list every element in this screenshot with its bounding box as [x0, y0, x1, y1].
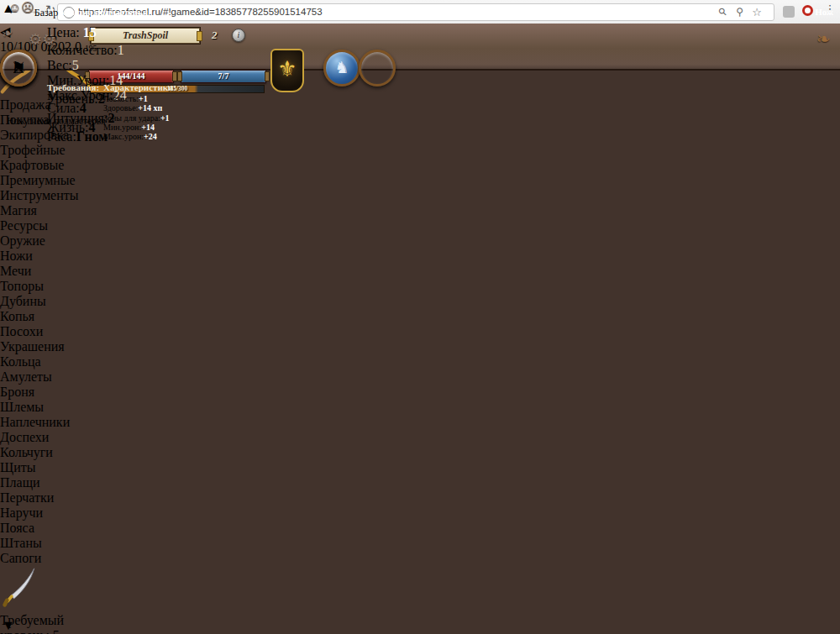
- bookmark-star-icon[interactable]: ☆: [752, 6, 762, 18]
- category-tab[interactable]: Трофейные: [0, 143, 840, 158]
- characteristic-row: Ловкость:+1: [103, 94, 170, 103]
- listing1-requirements: Требуемыйуровень: 5Количествоулучшений:4: [0, 613, 840, 634]
- armor-column: Броня ШлемыНаплечникиДоспехиКольчугиЩиты…: [0, 385, 840, 566]
- category-tab[interactable]: Инструменты: [0, 188, 840, 203]
- weapon-type-button[interactable]: Мечи: [0, 264, 840, 279]
- jewelry-type-button[interactable]: Кольца: [0, 354, 840, 369]
- weapons-group-header[interactable]: Оружие: [0, 233, 840, 249]
- weapon-type-button[interactable]: Копья: [0, 309, 840, 324]
- armor-type-button[interactable]: Доспехи: [0, 430, 840, 445]
- characteristics-list: Ловкость:+1Здоровье:+14 хпЗоны для удара…: [103, 94, 170, 141]
- weapon-type-button[interactable]: Ножи: [0, 249, 840, 264]
- weapons-column: Оружие НожиМечиТопорыДубиныКопьяПосохи У…: [0, 233, 840, 385]
- category-tab-resources[interactable]: Ресурсы: [0, 218, 840, 233]
- characteristic-row: Здоровье:+14 хп: [103, 103, 170, 113]
- armor-type-button[interactable]: Пояса: [0, 521, 840, 536]
- mana-value: 7/7: [218, 71, 229, 81]
- stat-row: Вес:5: [47, 58, 127, 73]
- scroll-up-icon[interactable]: ▲: [2, 1, 15, 16]
- armor-group-header[interactable]: Броня: [0, 385, 840, 400]
- saber-glyph: [0, 566, 42, 610]
- characteristics-header: Характеристики:: [103, 82, 176, 92]
- player-info-icon[interactable]: [232, 29, 245, 42]
- weapon-type-button[interactable]: Дубины: [0, 294, 840, 309]
- characteristic-row: Зоны для удара:+1: [103, 113, 170, 123]
- scroll-down-icon[interactable]: ▼: [2, 618, 15, 633]
- address-bar[interactable]: https://fireofsteel.ru/#!game&id=1838577…: [57, 3, 774, 21]
- armor-list: ШлемыНаплечникиДоспехиКольчугиЩитыПлащиП…: [0, 400, 840, 566]
- player-level: 2: [212, 29, 218, 42]
- clan-emblem-icon[interactable]: ⚜: [270, 49, 304, 92]
- armor-type-button[interactable]: Перчатки: [0, 490, 840, 506]
- jewelry-group-header[interactable]: Украшения: [0, 339, 840, 354]
- jewelry-list: КольцаАмулеты: [0, 354, 840, 385]
- weapon-type-button[interactable]: Топоры: [0, 279, 840, 294]
- armor-type-button[interactable]: Шлемы: [0, 400, 840, 415]
- armor-type-button[interactable]: Наплечники: [0, 415, 840, 430]
- jewelry-type-button[interactable]: Амулеты: [0, 369, 840, 385]
- category-tab[interactable]: Магия: [0, 203, 840, 218]
- pin-icon[interactable]: ⚲: [736, 6, 743, 18]
- req-line: уровень: 5: [0, 628, 840, 634]
- weapon-type-button[interactable]: Посохи: [0, 324, 840, 339]
- category-tab[interactable]: Премиумные: [0, 173, 840, 188]
- player-name: TrashSpoil: [123, 29, 168, 41]
- req-line: Требуемый: [0, 613, 840, 628]
- armor-type-button[interactable]: Щиты: [0, 460, 840, 475]
- extension-icon[interactable]: [783, 6, 795, 18]
- armor-type-button[interactable]: Наручи: [0, 506, 840, 521]
- armor-type-button[interactable]: Сапоги: [0, 551, 840, 566]
- extension-o-icon[interactable]: [802, 5, 813, 16]
- corner-flourish: ❧: [816, 29, 831, 49]
- auction-listings: Требуемыйуровень: 5Количествоулучшений:4…: [0, 566, 840, 634]
- player-name-banner[interactable]: TrashSpoil: [91, 28, 200, 44]
- quests-scroll-icon[interactable]: [359, 50, 396, 86]
- market-sidebar: ПродажаПокупка ЭкипировкаТрофейныеКрафто…: [0, 97, 840, 566]
- zoom-icon[interactable]: ⚲: [717, 5, 730, 18]
- equipment-icon[interactable]: ♞: [323, 50, 360, 86]
- tooltip-price: Цена: 15: [47, 25, 97, 40]
- magic-orb-icon[interactable]: [0, 50, 37, 86]
- mana-bar: 7/7: [181, 70, 266, 83]
- characteristic-row: Макс.урон:+24: [103, 132, 170, 141]
- armor-type-button[interactable]: Плащи: [0, 475, 840, 490]
- category-tab[interactable]: Крафтовые: [0, 158, 840, 173]
- stat-row: Количество:1: [47, 43, 127, 58]
- bazaar-window: ПродажаПокупка ЭкипировкаТрофейныеКрафто…: [0, 97, 840, 634]
- characteristic-row: Мин.урон:+14: [103, 123, 170, 132]
- page: ← → ↻ https://fireofsteel.ru/#!game&id=1…: [0, 0, 840, 634]
- tooltip-type: Нож: [815, 7, 833, 17]
- armor-type-button[interactable]: Кольчуги: [0, 445, 840, 460]
- armor-type-button[interactable]: Штаны: [0, 536, 840, 551]
- item-icon-saber[interactable]: [0, 566, 840, 613]
- weapons-list: НожиМечиТопорыДубиныКопьяПосохи: [0, 249, 840, 339]
